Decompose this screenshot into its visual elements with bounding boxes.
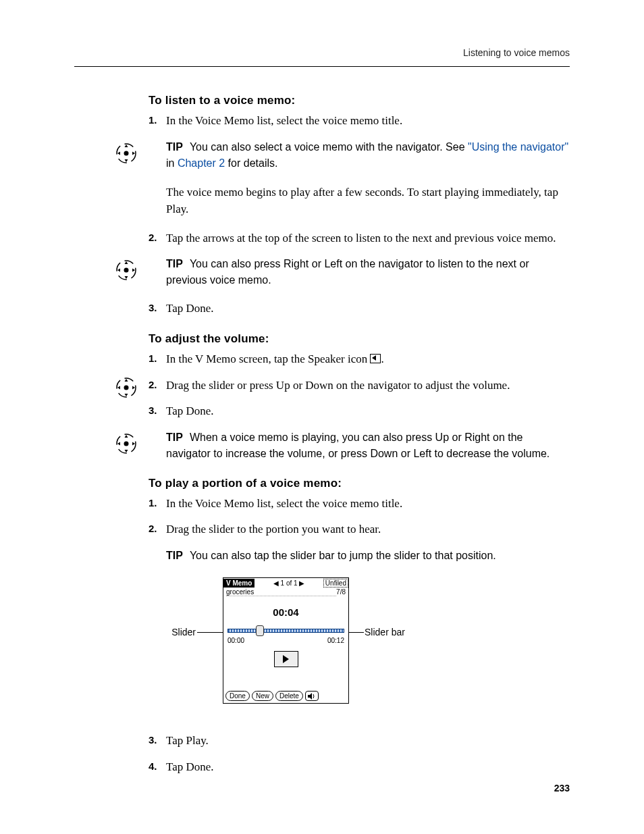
- step-number: 3.: [149, 403, 157, 418]
- time-start: 00:00: [227, 637, 244, 644]
- step-item: 4. Tap Done.: [149, 759, 570, 776]
- tip-label: TIP: [166, 432, 183, 443]
- step-number: 2.: [149, 521, 157, 536]
- navigator-icon: [115, 142, 138, 165]
- steps-portion: 1. In the Voice Memo list, select the vo…: [149, 496, 570, 538]
- play-button[interactable]: [274, 651, 298, 667]
- memo-name[interactable]: groceries: [226, 588, 336, 596]
- step-text: Tap Done.: [166, 760, 214, 773]
- svg-marker-24: [308, 693, 312, 700]
- new-button[interactable]: New: [252, 691, 273, 701]
- svg-marker-17: [132, 386, 135, 389]
- svg-point-1: [124, 151, 129, 155]
- step-text: Tap Done.: [166, 405, 214, 417]
- svg-marker-14: [125, 379, 128, 382]
- svg-marker-2: [125, 145, 128, 147]
- step-text: Drag the slider or press Up or Down on t…: [166, 379, 510, 392]
- step-number: 3.: [149, 733, 157, 748]
- speaker-icon: [370, 354, 381, 363]
- running-header: Listening to voice memos: [74, 47, 570, 67]
- delete-button[interactable]: Delete: [275, 691, 303, 701]
- svg-marker-11: [132, 269, 135, 272]
- heading-listen: To listen to a voice memo:: [149, 94, 570, 107]
- step-item: 1. In the Voice Memo list, select the vo…: [149, 496, 570, 513]
- step-item: 2. Drag the slider to the portion you wa…: [149, 521, 570, 538]
- app-title: V Memo: [223, 579, 254, 588]
- step-text-part: In the V Memo screen, tap the Speaker ic…: [166, 353, 370, 365]
- titlebar: V Memo ◀ 1 of 1 ▶ Unfiled: [223, 578, 348, 588]
- body-paragraph: The voice memo begins to play after a fe…: [166, 184, 570, 218]
- nav-counter: 1 of 1: [281, 579, 298, 587]
- step-text: Drag the slider to the portion you want …: [166, 523, 381, 536]
- tip-block: TIPYou can also select a voice memo with…: [149, 139, 570, 172]
- svg-marker-15: [125, 394, 128, 396]
- tip-text: You can also tap the slider bar to jump …: [190, 550, 496, 561]
- tip-label: TIP: [166, 141, 183, 153]
- tip-block: TIPWhen a voice memo is playing, you can…: [149, 429, 570, 462]
- svg-point-19: [124, 441, 129, 446]
- category-picker[interactable]: Unfiled: [323, 579, 348, 588]
- nav-next-icon[interactable]: ▶: [299, 579, 304, 587]
- tip-text-part: You can also select a voice memo with th…: [190, 141, 468, 153]
- step-number: 2.: [149, 377, 157, 392]
- navigator-icon: [115, 432, 138, 455]
- done-button[interactable]: Done: [225, 691, 250, 701]
- tip-text: When a voice memo is playing, you can al…: [166, 432, 549, 459]
- memo-row: groceries 7/8: [223, 588, 348, 597]
- step-number: 1.: [149, 496, 157, 511]
- step-item: 2. Drag the slider or press Up or Down o…: [149, 377, 570, 394]
- step-item: 3. Tap Done.: [149, 301, 570, 317]
- svg-marker-16: [117, 386, 120, 389]
- bottom-buttons: Done New Delete: [225, 691, 319, 701]
- tip-block: TIPYou can also press Right or Left on t…: [149, 256, 570, 288]
- record-nav[interactable]: ◀ 1 of 1 ▶: [254, 579, 323, 587]
- tip-text-part: for details.: [225, 157, 277, 169]
- svg-marker-8: [125, 261, 128, 264]
- elapsed-time: 00:04: [223, 597, 348, 618]
- link-chapter-2[interactable]: Chapter 2: [178, 157, 225, 169]
- step-text: Tap Done.: [166, 302, 214, 315]
- step-item: 3. Tap Done.: [149, 403, 570, 420]
- slider-thumb[interactable]: [256, 625, 264, 636]
- page: Listening to voice memos To listen to a …: [74, 47, 570, 793]
- slider-bar[interactable]: [227, 629, 344, 633]
- heading-portion: To play a portion of a voice memo:: [149, 477, 570, 490]
- svg-marker-4: [117, 151, 120, 155]
- steps-portion-end: 3. Tap Play. 4. Tap Done.: [149, 733, 570, 775]
- step-item: 1. In the V Memo screen, tap the Speaker…: [149, 351, 570, 368]
- time-end: 00:12: [327, 637, 344, 644]
- svg-marker-9: [125, 276, 128, 279]
- step-number: 1.: [149, 113, 157, 128]
- callout-slider: Slider: [155, 627, 196, 637]
- step-number: 1.: [149, 351, 157, 366]
- svg-marker-23: [132, 442, 135, 445]
- step-number: 2.: [149, 230, 157, 245]
- step-item: 3. Tap Play.: [149, 733, 570, 750]
- steps-listen: 1. In the Voice Memo list, select the vo…: [149, 113, 570, 130]
- step-number: 4.: [149, 759, 157, 774]
- heading-volume: To adjust the volume:: [149, 332, 570, 346]
- navigator-icon: [115, 259, 138, 282]
- svg-marker-21: [125, 450, 128, 452]
- navigator-icon: [115, 376, 138, 399]
- step-item: 2. Tap the arrows at the top of the scre…: [149, 230, 570, 247]
- memo-date: 7/8: [336, 588, 346, 596]
- svg-marker-22: [117, 442, 120, 445]
- tip-block: TIPYou can also tap the slider bar to ju…: [149, 548, 570, 564]
- step-number: 3.: [149, 301, 157, 315]
- step-text: Tap Play.: [166, 734, 209, 747]
- callout-line: [348, 632, 364, 633]
- svg-point-7: [124, 268, 129, 273]
- slider-area: [227, 625, 344, 634]
- speaker-button[interactable]: [305, 691, 319, 701]
- vmemo-figure: Slider Slider bar V Memo ◀ 1 of 1 ▶ Unfi…: [149, 577, 570, 712]
- steps-volume: 1. In the V Memo screen, tap the Speaker…: [149, 351, 570, 420]
- callout-slider-bar: Slider bar: [365, 627, 405, 637]
- svg-point-13: [124, 385, 129, 390]
- step-text-part: .: [381, 353, 383, 365]
- vmemo-screen: V Memo ◀ 1 of 1 ▶ Unfiled groceries 7/8 …: [223, 577, 349, 704]
- svg-marker-10: [117, 269, 120, 272]
- nav-prev-icon[interactable]: ◀: [273, 579, 279, 587]
- link-using-navigator[interactable]: "Using the navigator": [468, 141, 568, 153]
- step-text: In the Voice Memo list, select the voice…: [166, 114, 402, 127]
